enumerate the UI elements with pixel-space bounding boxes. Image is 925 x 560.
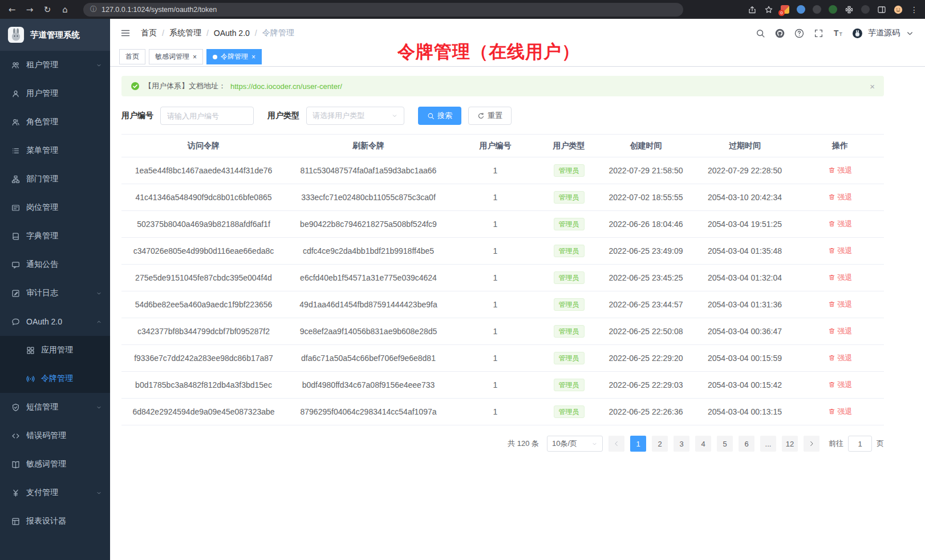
extension-icon[interactable] bbox=[829, 5, 837, 14]
column-header: 操作 bbox=[796, 135, 884, 157]
sidebar: 芋道管理系统 租户管理用户管理角色管理菜单管理部门管理岗位管理字典管理通知公告审… bbox=[0, 19, 110, 560]
dict-icon bbox=[11, 232, 20, 241]
sidebar-item-tenant[interactable]: 租户管理 bbox=[0, 51, 110, 79]
table-row: f9336e7c7dd242a283ee98dc86b17a87dfa6c71a… bbox=[121, 345, 884, 372]
prev-page-button[interactable] bbox=[608, 436, 624, 452]
github-icon[interactable] bbox=[775, 29, 785, 38]
page-button-12[interactable]: 12 bbox=[782, 436, 798, 452]
sidebar-item-dict[interactable]: 字典管理 bbox=[0, 222, 110, 250]
sidebar-item-error-code[interactable]: 错误码管理 bbox=[0, 421, 110, 450]
breadcrumb-item[interactable]: 令牌管理 bbox=[262, 28, 294, 38]
create-time-cell: 2022-07-02 18:55:55 bbox=[598, 184, 693, 211]
site-info-icon[interactable]: ⓘ bbox=[90, 5, 97, 14]
fullscreen-icon[interactable] bbox=[814, 29, 823, 38]
force-logout-button[interactable]: 强退 bbox=[828, 407, 853, 417]
user-menu-caret-icon[interactable] bbox=[905, 29, 915, 38]
trash-icon bbox=[828, 220, 835, 228]
collapse-sidebar-icon[interactable] bbox=[120, 28, 131, 38]
extension-icon[interactable]: 0 bbox=[781, 5, 789, 14]
extension-icon[interactable] bbox=[813, 5, 821, 14]
user-id-cell: 1 bbox=[451, 399, 539, 425]
browser-forward-icon[interactable]: → bbox=[25, 5, 35, 15]
sidebar-item-report-designer[interactable]: 报表设计器 bbox=[0, 507, 110, 535]
font-size-icon[interactable]: TT bbox=[833, 29, 843, 38]
user-type-cell: 管理员 bbox=[539, 318, 598, 345]
browser-menu-icon[interactable]: ⋮ bbox=[910, 5, 918, 14]
page-button-3[interactable]: 3 bbox=[674, 436, 689, 452]
user-avatar[interactable] bbox=[853, 29, 862, 38]
page-button-2[interactable]: 2 bbox=[652, 436, 668, 452]
user-id-input[interactable] bbox=[160, 107, 254, 125]
sidebar-item-notice[interactable]: 通知公告 bbox=[0, 250, 110, 279]
expire-time-cell: 2054-03-04 00:15:42 bbox=[693, 372, 796, 399]
breadcrumb-item[interactable]: 首页 bbox=[141, 28, 157, 38]
search-button[interactable]: 搜索 bbox=[418, 107, 461, 125]
page-button-5[interactable]: 5 bbox=[717, 436, 733, 452]
filter-bar: 用户编号 用户类型 请选择用户类型 搜索 重置 bbox=[121, 107, 884, 125]
topbar-actions: TT 芋道源码 bbox=[756, 28, 915, 38]
extensions-puzzle-icon[interactable] bbox=[845, 5, 854, 14]
help-icon[interactable] bbox=[794, 29, 804, 38]
force-logout-button[interactable]: 强退 bbox=[828, 380, 853, 390]
sidebar-item-pay[interactable]: 支付管理 bbox=[0, 478, 110, 507]
app-logo-bar[interactable]: 芋道管理系统 bbox=[0, 19, 110, 51]
sidebar-item-sensitive-word[interactable]: 敏感词管理 bbox=[0, 450, 110, 478]
sidebar-item-oauth2[interactable]: OAuth 2.0 bbox=[0, 307, 110, 336]
page-button-4[interactable]: 4 bbox=[695, 436, 711, 452]
force-logout-button[interactable]: 强退 bbox=[828, 299, 853, 310]
table-row: 275e5de9151045fe87cbdc395e004f4de6cfd40e… bbox=[121, 265, 884, 291]
browser-back-icon[interactable]: ← bbox=[7, 5, 17, 15]
browser-profile-avatar[interactable] bbox=[894, 5, 903, 14]
reset-button[interactable]: 重置 bbox=[468, 107, 512, 125]
extension-icon[interactable] bbox=[861, 5, 870, 14]
tab-close-icon[interactable]: × bbox=[251, 54, 255, 60]
sidebar-item-user[interactable]: 用户管理 bbox=[0, 79, 110, 108]
sidebar-item-audit-log[interactable]: 审计日志 bbox=[0, 279, 110, 307]
sidebar-item-role[interactable]: 角色管理 bbox=[0, 108, 110, 136]
sidebar-item-menu[interactable]: 菜单管理 bbox=[0, 136, 110, 165]
force-logout-button[interactable]: 强退 bbox=[828, 165, 853, 176]
sidebar-item-oauth2-token[interactable]: 令牌管理 bbox=[0, 364, 110, 393]
tab-home[interactable]: 首页 bbox=[119, 49, 145, 64]
next-page-button[interactable] bbox=[804, 436, 819, 452]
browser-home-icon[interactable]: ⌂ bbox=[60, 5, 70, 15]
goto-page-input[interactable] bbox=[848, 436, 872, 452]
table-row: 6d842e2924594de9a09e45e087323abe8796295f… bbox=[121, 399, 884, 425]
share-icon[interactable] bbox=[748, 5, 757, 14]
doc-link[interactable]: https://doc.iocoder.cn/user-center/ bbox=[230, 82, 342, 91]
force-logout-button[interactable]: 强退 bbox=[828, 192, 853, 202]
force-logout-button[interactable]: 强退 bbox=[828, 273, 853, 283]
tab-token[interactable]: 令牌管理× bbox=[206, 49, 262, 64]
page-button-6[interactable]: 6 bbox=[739, 436, 754, 452]
create-time-cell: 2022-06-25 23:44:57 bbox=[598, 291, 693, 318]
tab-close-icon[interactable]: × bbox=[193, 54, 197, 60]
breadcrumb-item[interactable]: OAuth 2.0 bbox=[214, 29, 250, 38]
extension-icon[interactable] bbox=[797, 5, 805, 14]
user-type-select[interactable]: 请选择用户类型 bbox=[306, 107, 404, 125]
access-token-cell: c347026e805e4d99b0d116eae66eda8c bbox=[121, 238, 286, 265]
sidebar-item-oauth2-application[interactable]: 应用管理 bbox=[0, 336, 110, 364]
tab-sensitive-word[interactable]: 敏感词管理× bbox=[149, 49, 203, 64]
users-icon bbox=[11, 61, 20, 70]
alert-close-icon[interactable]: × bbox=[870, 82, 875, 91]
user-name[interactable]: 芋道源码 bbox=[868, 28, 900, 38]
breadcrumb-item[interactable]: 系统管理 bbox=[169, 28, 201, 38]
sidebar-item-dept[interactable]: 部门管理 bbox=[0, 165, 110, 193]
page-size-select[interactable]: 10条/页 bbox=[547, 436, 603, 452]
page-ellipsis[interactable]: ... bbox=[760, 436, 776, 452]
search-icon[interactable] bbox=[756, 29, 765, 38]
sidebar-item-post[interactable]: 岗位管理 bbox=[0, 193, 110, 222]
force-logout-button[interactable]: 强退 bbox=[828, 246, 853, 256]
refresh-token-cell: 49d1aa46d1454fbd87591444423be9fa bbox=[286, 291, 451, 318]
sidebar-toggle-icon[interactable] bbox=[877, 5, 886, 14]
force-logout-button[interactable]: 强退 bbox=[828, 219, 853, 229]
bookmark-star-icon[interactable] bbox=[764, 5, 773, 14]
page-button-1[interactable]: 1 bbox=[630, 436, 646, 452]
force-logout-button[interactable]: 强退 bbox=[828, 326, 853, 336]
browser-reload-icon[interactable]: ↻ bbox=[42, 5, 52, 15]
sidebar-item-sms[interactable]: 短信管理 bbox=[0, 393, 110, 421]
browser-address-bar[interactable]: ⓘ 127.0.0.1:1024/system/oauth2/token bbox=[83, 3, 683, 17]
force-logout-button[interactable]: 强退 bbox=[828, 353, 853, 363]
trash-icon bbox=[828, 354, 835, 362]
pagination: 共 120 条 10条/页 123456...12 前往 页 bbox=[121, 436, 884, 452]
